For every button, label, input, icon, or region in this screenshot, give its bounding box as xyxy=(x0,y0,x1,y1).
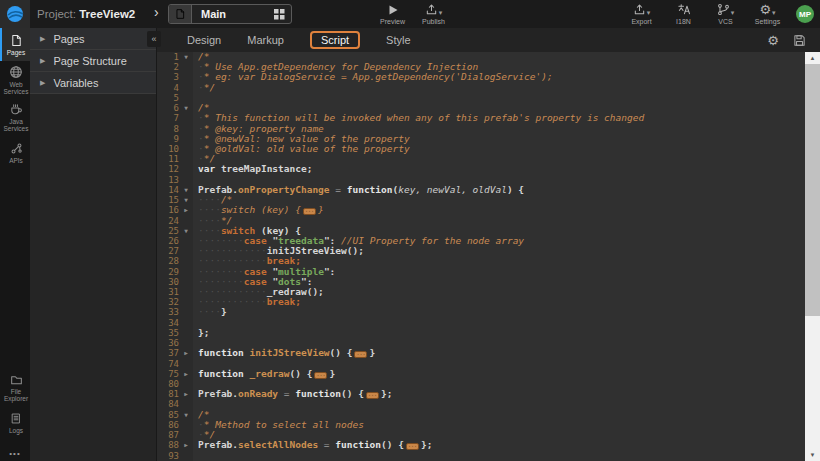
fold-marker-icon[interactable]: ▶ xyxy=(179,389,193,399)
line-number: 8 xyxy=(157,124,179,134)
sidebar-item-web-services[interactable]: Web Services xyxy=(0,61,30,99)
token-kw: function xyxy=(198,368,244,379)
line-number: 4 xyxy=(157,83,179,93)
save-button[interactable] xyxy=(793,34,806,47)
fold-marker-icon[interactable]: ▶ xyxy=(179,205,193,215)
sidebar-item-apis[interactable]: APIs xyxy=(0,136,30,169)
code-line[interactable]: 93 xyxy=(157,451,805,461)
sidebar-item-file-explorer[interactable]: File Explorer xyxy=(0,369,30,406)
page-selector[interactable]: Main xyxy=(168,4,292,24)
code-line[interactable]: 12var treeMapInstance; xyxy=(157,164,805,174)
token-prop: onReady xyxy=(238,388,278,399)
code-line[interactable]: 37▶function initJStreeView() {···} xyxy=(157,348,805,358)
folded-code-widget[interactable]: ··· xyxy=(354,351,367,358)
script-settings-button[interactable]: ⚙ xyxy=(767,31,779,49)
code-text: ·* Method to select all nodes xyxy=(193,420,364,430)
settings-button[interactable]: ⚙▾Settings xyxy=(751,2,784,25)
folded-code-widget[interactable]: ··· xyxy=(406,443,419,450)
panel-section-page-structure[interactable]: ▶Page Structure xyxy=(30,50,156,72)
code-line[interactable]: 10·* @oldVal: old value of the property xyxy=(157,144,805,154)
i18n-button[interactable]: I18N xyxy=(667,2,700,25)
app-logo-icon[interactable] xyxy=(0,0,30,28)
scrollbar-thumb[interactable] xyxy=(805,64,820,316)
folded-code-widget[interactable]: ··· xyxy=(303,208,316,215)
sidebar-item-label: APIs xyxy=(9,157,23,164)
fold-spacer xyxy=(179,307,193,317)
fold-marker-icon[interactable]: ▼ xyxy=(179,103,193,113)
fold-marker-icon[interactable]: ▼ xyxy=(179,410,193,420)
fold-marker-icon[interactable]: ▶ xyxy=(179,348,193,358)
project-breadcrumb: Project: TreeView2 xyxy=(37,8,135,20)
gutter: 15▼ xyxy=(157,195,193,205)
gutter: 80 xyxy=(157,379,193,389)
code-line[interactable]: 86·* Method to select all nodes xyxy=(157,420,805,430)
code-line[interactable]: 75▶function _redraw() {···} xyxy=(157,369,805,379)
line-number: 10 xyxy=(157,144,179,154)
token-prop: _redraw xyxy=(250,368,290,379)
sidebar-item-label: Logs xyxy=(9,427,23,434)
code-line[interactable]: 16▶····switch (key) {···} xyxy=(157,205,805,215)
folded-code-widget[interactable]: ··· xyxy=(314,372,327,379)
fold-spacer xyxy=(179,175,193,185)
project-name: TreeView2 xyxy=(79,8,135,20)
line-number: 88 xyxy=(157,440,179,450)
icon-sidebar: PagesWeb ServicesJava ServicesAPIsFile E… xyxy=(0,28,30,461)
code-line[interactable]: 84 xyxy=(157,399,805,409)
fold-spacer xyxy=(179,62,193,72)
gutter: 87 xyxy=(157,430,193,440)
token-pln: ) { xyxy=(507,184,524,195)
export-button[interactable]: ▾Export xyxy=(625,2,658,25)
gutter: 85▼ xyxy=(157,410,193,420)
gutter: 12 xyxy=(157,164,193,174)
code-line[interactable]: 32············break; xyxy=(157,297,805,307)
avatar[interactable]: MP xyxy=(796,5,814,23)
fold-marker-icon[interactable]: ▼ xyxy=(179,52,193,62)
gutter: 36 xyxy=(157,338,193,348)
folded-code-widget[interactable]: ··· xyxy=(366,392,379,399)
fold-marker-icon[interactable]: ▶ xyxy=(179,369,193,379)
scroll-down-arrow-icon[interactable]: ▼ xyxy=(805,449,820,461)
gutter: 84 xyxy=(157,399,193,409)
gutter: 1▼ xyxy=(157,52,193,62)
code-line[interactable]: 34 xyxy=(157,318,805,328)
code-line[interactable]: 35}; xyxy=(157,328,805,338)
gutter: 32 xyxy=(157,297,193,307)
fold-marker-icon[interactable]: ▼ xyxy=(179,185,193,195)
fold-spacer xyxy=(179,144,193,154)
gutter: 88▶ xyxy=(157,440,193,450)
editor-scrollbar[interactable]: ▲ ▼ xyxy=(805,52,820,461)
publish-button[interactable]: ▾Publish xyxy=(417,2,450,25)
tab-style[interactable]: Style xyxy=(386,32,410,48)
fold-marker-icon[interactable]: ▼ xyxy=(179,226,193,236)
tab-design[interactable]: Design xyxy=(187,32,221,48)
gutter: 13 xyxy=(157,175,193,185)
sidebar-item-logs[interactable]: Logs xyxy=(0,406,30,439)
code-line[interactable]: 81▶Prefab.onReady = function() {···}; xyxy=(157,389,805,399)
grid-icon[interactable] xyxy=(274,9,285,20)
code-line[interactable]: 88▶Prefab.selectAllNodes = function() {·… xyxy=(157,440,805,450)
tab-script[interactable]: Script xyxy=(310,31,360,49)
code-line[interactable]: 5 xyxy=(157,93,805,103)
fold-marker-icon[interactable]: ▼ xyxy=(179,195,193,205)
panel-collapse-button[interactable]: « xyxy=(147,31,161,47)
preview-button[interactable]: Preview xyxy=(376,2,409,25)
sidebar-item-label: Java Services xyxy=(2,118,30,132)
sidebar-item-java-services[interactable]: Java Services xyxy=(0,99,30,136)
code-line[interactable]: 3·* eg: var DialogService = App.getDepen… xyxy=(157,72,805,82)
sidebar-more-button[interactable]: ••• xyxy=(0,449,30,458)
line-number: 3 xyxy=(157,72,179,82)
script-editor[interactable]: 1▼/*2·* Use App.getDependency for Depend… xyxy=(157,52,805,461)
code-line[interactable]: 14▼Prefab.onPropertyChange = function(ke… xyxy=(157,185,805,195)
panel-section-pages[interactable]: ▶Pages xyxy=(30,28,156,50)
code-line[interactable]: 33····} xyxy=(157,307,805,317)
fold-marker-icon[interactable]: ▶ xyxy=(179,440,193,450)
vcs-button[interactable]: ▾VCS xyxy=(709,2,742,25)
tab-markup[interactable]: Markup xyxy=(247,32,284,48)
sidebar-item-pages[interactable]: Pages xyxy=(0,28,30,61)
code-line[interactable]: 4·*/ xyxy=(157,83,805,93)
panel-section-variables[interactable]: ▶Variables xyxy=(30,72,156,94)
scroll-up-arrow-icon[interactable]: ▲ xyxy=(805,52,820,64)
line-number: 74 xyxy=(157,359,179,369)
gutter: 86 xyxy=(157,420,193,430)
line-number: 14 xyxy=(157,185,179,195)
